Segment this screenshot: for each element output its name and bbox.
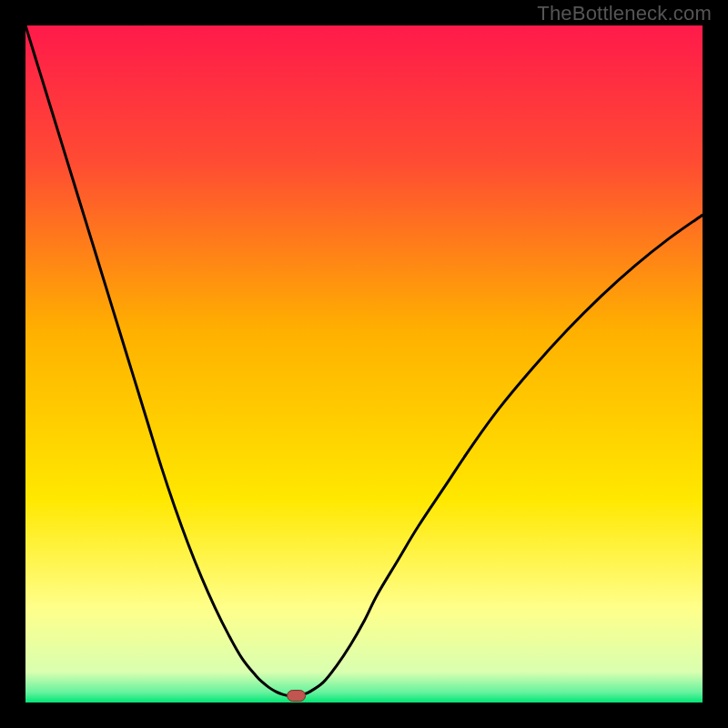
gradient-background xyxy=(25,25,703,703)
watermark-text: TheBottleneck.com xyxy=(537,2,712,25)
plot-area xyxy=(25,25,703,703)
chart-frame: TheBottleneck.com xyxy=(0,0,728,728)
chart-svg xyxy=(25,25,703,703)
optimum-marker xyxy=(288,691,306,702)
